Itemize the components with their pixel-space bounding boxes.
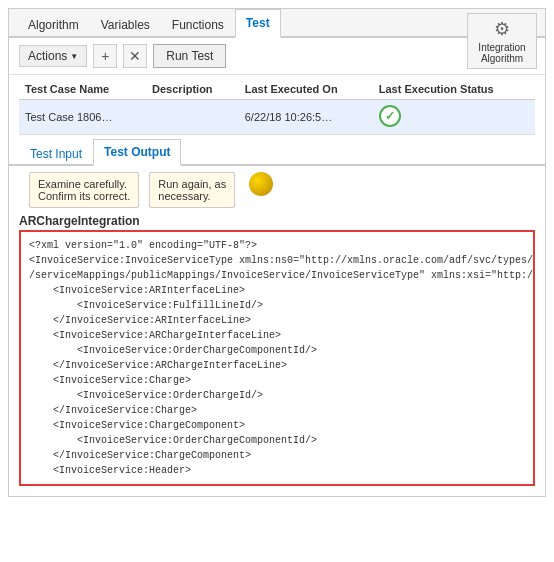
cell-status[interactable]: Confirm success. xyxy=(373,100,535,135)
table-row[interactable]: Test Case 1806… 6/22/18 10:26:5… Confirm… xyxy=(19,100,535,135)
add-icon: + xyxy=(101,48,109,64)
col-header-description: Description xyxy=(146,79,239,100)
test-cases-table: Test Case Name Description Last Executed… xyxy=(19,79,535,135)
top-nav: Algorithm Variables Functions Test ⚙ Int… xyxy=(9,9,545,38)
integration-algo-label: Integration Algorithm xyxy=(474,42,530,64)
run-again-tooltip: Run again, as necessary. xyxy=(149,172,235,208)
examine-text: Examine carefully. Confirm its correct. xyxy=(38,178,130,202)
run-test-button[interactable]: Run Test xyxy=(153,44,226,68)
tab-test-input[interactable]: Test Input xyxy=(19,141,93,166)
delete-icon: ✕ xyxy=(129,48,141,64)
xml-output-area[interactable]: <?xml version="1.0" encoding="UTF-8"?> <… xyxy=(19,230,535,486)
sub-tabs: Test Input Test Output xyxy=(9,139,545,166)
col-header-name: Test Case Name xyxy=(19,79,146,100)
cell-description xyxy=(146,100,239,135)
success-status-icon[interactable] xyxy=(379,105,401,127)
col-header-status: Last Execution Status xyxy=(373,79,535,100)
run-again-text: Run again, as necessary. xyxy=(158,178,226,202)
actions-button[interactable]: Actions ▼ xyxy=(19,45,87,67)
outer-container: Algorithm Variables Functions Test ⚙ Int… xyxy=(0,0,554,562)
tab-algorithm[interactable]: Algorithm xyxy=(17,11,90,38)
gear-icon: ⚙ xyxy=(494,18,510,40)
add-button[interactable]: + xyxy=(93,44,117,68)
integration-algorithm-button[interactable]: ⚙ Integration Algorithm xyxy=(467,13,537,69)
col-header-last-executed: Last Executed On xyxy=(239,79,373,100)
tab-test-output[interactable]: Test Output xyxy=(93,139,181,166)
tooltip-row: Examine carefully. Confirm its correct. … xyxy=(9,166,545,214)
tab-variables[interactable]: Variables xyxy=(90,11,161,38)
badge-icon xyxy=(249,172,273,196)
examine-tooltip: Examine carefully. Confirm its correct. xyxy=(29,172,139,208)
tab-functions[interactable]: Functions xyxy=(161,11,235,38)
main-panel: Algorithm Variables Functions Test ⚙ Int… xyxy=(8,8,546,497)
dropdown-arrow-icon: ▼ xyxy=(70,52,78,61)
actions-label: Actions xyxy=(28,49,67,63)
tab-test[interactable]: Test xyxy=(235,9,281,38)
table-area: Test Case Name Description Last Executed… xyxy=(9,79,545,135)
ar-label: ARChargeIntegration xyxy=(9,214,545,228)
toolbar: Actions ▼ + ✕ Run Test xyxy=(9,38,545,75)
cell-name: Test Case 1806… xyxy=(19,100,146,135)
delete-button[interactable]: ✕ xyxy=(123,44,147,68)
cell-last-executed: 6/22/18 10:26:5… xyxy=(239,100,373,135)
